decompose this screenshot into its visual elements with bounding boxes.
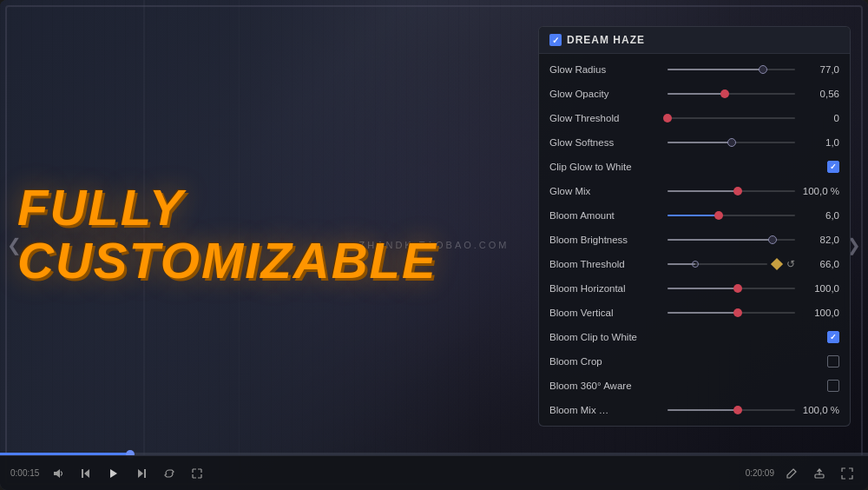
param-checkbox-checked[interactable] — [827, 161, 839, 173]
param-value: 100,0 — [800, 308, 839, 318]
param-row: Glow Mix100,0 % — [539, 179, 850, 203]
param-name: Bloom Threshold — [549, 259, 662, 269]
overlay-text: FULLY CUSTOMIZABLE — [17, 182, 437, 288]
play-button[interactable] — [103, 463, 124, 484]
svg-marker-2 — [110, 469, 117, 478]
param-row: Glow Threshold0 — [539, 106, 850, 130]
slider-thumb[interactable] — [727, 138, 736, 147]
diamond-icon[interactable] — [771, 258, 783, 270]
edit-button[interactable] — [781, 463, 802, 484]
param-row: Glow Softness1,0 — [539, 130, 850, 155]
slider-track — [667, 93, 795, 95]
slider-thumb[interactable] — [714, 211, 723, 220]
svg-rect-1 — [82, 469, 83, 478]
param-name: Glow Radius — [549, 64, 662, 75]
slider-fill — [667, 312, 738, 314]
slider-track — [667, 69, 795, 70]
param-name: Glow Softness — [549, 137, 662, 148]
param-value: 1,0 — [800, 137, 839, 148]
param-name: Bloom Vertical — [549, 308, 662, 318]
slider-thumb[interactable] — [733, 284, 742, 293]
param-name: Bloom Horizontal — [549, 283, 662, 294]
param-checkbox-empty[interactable] — [827, 355, 839, 368]
slider-thumb[interactable] — [663, 114, 672, 122]
slider-thumb[interactable] — [692, 261, 699, 268]
param-row: Glow Opacity0,56 — [539, 82, 850, 106]
time-start: 0:00:15 — [10, 468, 41, 478]
param-slider-area[interactable] — [667, 209, 795, 222]
param-slider-area[interactable] — [667, 63, 795, 76]
slider-track — [667, 409, 795, 411]
param-row: Bloom Horizontal100,0 — [539, 276, 850, 301]
slider-fill — [667, 409, 738, 411]
svg-marker-0 — [84, 469, 89, 478]
param-row: Bloom Clip to White — [539, 325, 850, 349]
param-row: Clip Glow to White — [539, 155, 850, 179]
forward-button[interactable] — [131, 463, 152, 484]
slider-track — [667, 142, 795, 143]
param-row: Bloom Mix …100,0 % — [539, 398, 850, 422]
param-name: Bloom 360° Aware — [549, 381, 662, 391]
param-name: Glow Mix — [549, 186, 662, 196]
slider-fill — [667, 69, 763, 70]
param-slider-area[interactable] — [667, 403, 795, 417]
param-value: 0,56 — [800, 89, 839, 99]
bottom-toolbar: 0:00:15 0:20:09 — [0, 455, 868, 490]
volume-button[interactable] — [48, 463, 69, 484]
slider-thumb[interactable] — [720, 89, 729, 98]
slider-fill — [667, 142, 732, 143]
panel-enable-checkbox[interactable] — [549, 34, 562, 46]
param-slider-area[interactable] — [667, 281, 795, 295]
svg-marker-3 — [138, 469, 143, 478]
expand-button[interactable] — [837, 463, 858, 484]
param-value: 82,0 — [800, 235, 839, 245]
overlay-line2: CUSTOMIZABLE — [17, 235, 437, 288]
slider-fill — [667, 93, 725, 95]
loop-button[interactable] — [159, 463, 180, 484]
param-row: Bloom 360° Aware — [539, 374, 850, 398]
param-slider-area[interactable] — [667, 257, 781, 271]
param-checkbox-checked[interactable] — [827, 331, 839, 343]
param-slider-area[interactable] — [667, 111, 795, 125]
param-slider-area[interactable] — [667, 87, 795, 101]
param-name: Bloom Amount — [549, 210, 662, 221]
prev-arrow[interactable]: ❮ — [7, 235, 22, 255]
slider-fill — [667, 190, 738, 192]
param-value: 77,0 — [800, 64, 839, 75]
param-value: 100,0 % — [800, 186, 839, 196]
svg-rect-4 — [144, 469, 146, 478]
reset-icon[interactable]: ↺ — [786, 258, 795, 270]
slider-thumb[interactable] — [768, 235, 777, 244]
slider-thumb[interactable] — [733, 308, 742, 317]
panel-title: DREAM HAZE — [567, 34, 645, 46]
panel-header: DREAM HAZE — [539, 27, 850, 54]
param-slider-area[interactable] — [667, 136, 795, 149]
param-row: Bloom Amount6,0 — [539, 203, 850, 228]
slider-track — [667, 263, 767, 265]
slider-thumb[interactable] — [733, 187, 742, 195]
param-slider-area[interactable] — [667, 184, 795, 198]
param-name: Bloom Clip to White — [549, 332, 662, 342]
slider-track — [667, 288, 795, 289]
param-name: Glow Threshold — [549, 113, 662, 123]
slider-track — [667, 312, 795, 314]
param-value: 6,0 — [800, 210, 839, 221]
param-value: 66,0 — [800, 259, 839, 269]
slider-fill — [667, 239, 773, 241]
time-end: 0:20:09 — [744, 468, 774, 478]
param-slider-area[interactable] — [667, 233, 795, 247]
param-name: Bloom Brightness — [549, 235, 662, 245]
param-value: 100,0 % — [800, 405, 839, 415]
fullscreen-button[interactable] — [187, 463, 207, 484]
param-slider-area[interactable] — [667, 306, 795, 320]
export-button[interactable] — [809, 463, 830, 484]
slider-fill — [667, 288, 738, 289]
plugin-panel: DREAM HAZE Glow Radius77,0Glow Opacity0,… — [538, 26, 851, 427]
slider-thumb[interactable] — [759, 65, 767, 74]
overlay-line1: FULLY — [17, 182, 437, 235]
slider-track — [667, 190, 795, 192]
backward-button[interactable] — [76, 463, 96, 484]
param-checkbox-empty[interactable] — [827, 380, 839, 392]
slider-thumb[interactable] — [733, 406, 742, 414]
param-name: Bloom Crop — [549, 356, 662, 367]
